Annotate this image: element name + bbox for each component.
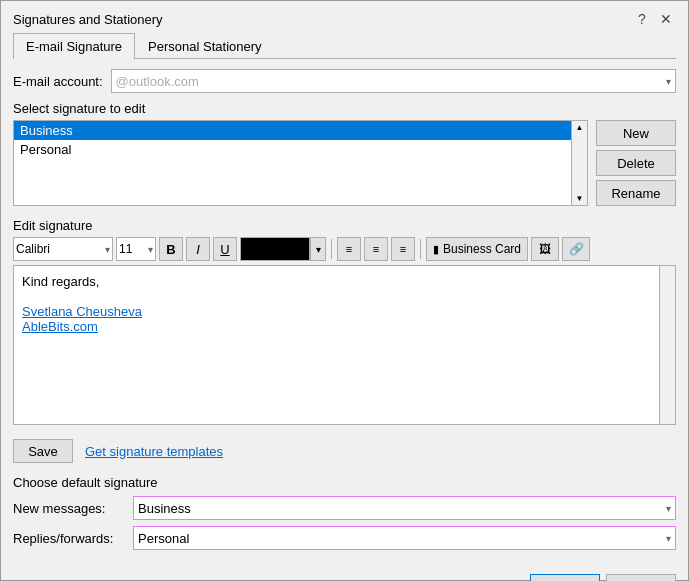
tab-email-signature[interactable]: E-mail Signature — [13, 33, 135, 59]
email-account-value: @outlook.com — [116, 74, 199, 89]
font-size-select[interactable]: 11 ▾ — [116, 237, 156, 261]
font-dropdown-arrow: ▾ — [105, 244, 110, 255]
align-center-button[interactable]: ≡ — [364, 237, 388, 261]
replies-arrow: ▾ — [666, 533, 671, 544]
business-card-button[interactable]: ▮ Business Card — [426, 237, 528, 261]
new-messages-label: New messages: — [13, 501, 133, 516]
editor-scrollbar[interactable] — [659, 266, 675, 424]
save-button[interactable]: Save — [13, 439, 73, 463]
email-account-dropdown-arrow: ▾ — [666, 76, 671, 87]
edit-signature-label: Edit signature — [13, 218, 676, 233]
siglist-scroll-down[interactable]: ▼ — [576, 194, 584, 203]
email-account-label: E-mail account: — [13, 74, 103, 89]
align-left-button[interactable]: ≡ — [337, 237, 361, 261]
sig-line-3: Svetlana Cheusheva — [22, 304, 651, 319]
hyperlink-button[interactable]: 🔗 — [562, 237, 590, 261]
cancel-button[interactable]: Cancel — [606, 574, 676, 581]
select-signature-label: Select signature to edit — [13, 101, 676, 116]
separator-2 — [420, 239, 421, 259]
signature-list[interactable]: Business Personal — [14, 121, 571, 205]
siglist-scroll-up[interactable]: ▲ — [576, 123, 584, 132]
default-signature-label: Choose default signature — [13, 475, 676, 490]
business-card-label: Business Card — [443, 242, 521, 256]
sig-line-1: Kind regards, — [22, 274, 651, 289]
new-button[interactable]: New — [596, 120, 676, 146]
replies-select[interactable]: Personal ▾ — [133, 526, 676, 550]
separator-1 — [331, 239, 332, 259]
business-card-icon: ▮ — [433, 243, 439, 256]
signature-editor[interactable]: Kind regards, Svetlana Cheusheva AbleBit… — [14, 266, 659, 424]
insert-picture-button[interactable]: 🖼 — [531, 237, 559, 261]
close-button[interactable]: ✕ — [656, 9, 676, 29]
email-account-select[interactable]: @outlook.com ▾ — [111, 69, 676, 93]
new-messages-arrow: ▾ — [666, 503, 671, 514]
delete-button[interactable]: Delete — [596, 150, 676, 176]
font-name: Calibri — [16, 242, 50, 256]
underline-button[interactable]: U — [213, 237, 237, 261]
new-messages-select[interactable]: Business ▾ — [133, 496, 676, 520]
sig-list-item-personal[interactable]: Personal — [14, 140, 571, 159]
align-right-button[interactable]: ≡ — [391, 237, 415, 261]
sig-line-4: AbleBits.com — [22, 319, 651, 334]
tab-personal-stationery[interactable]: Personal Stationery — [135, 33, 274, 59]
rename-button[interactable]: Rename — [596, 180, 676, 206]
new-messages-value: Business — [138, 501, 191, 516]
ok-button[interactable]: OK — [530, 574, 600, 581]
italic-button[interactable]: I — [186, 237, 210, 261]
replies-value: Personal — [138, 531, 189, 546]
sig-line-2 — [22, 289, 651, 304]
replies-label: Replies/forwards: — [13, 531, 133, 546]
dialog-title: Signatures and Stationery — [13, 12, 163, 27]
font-select[interactable]: Calibri ▾ — [13, 237, 113, 261]
sig-list-item-business[interactable]: Business — [14, 121, 571, 140]
font-size-arrow: ▾ — [148, 244, 153, 255]
font-size-value: 11 — [119, 242, 132, 256]
templates-link[interactable]: Get signature templates — [85, 444, 223, 459]
font-color-button[interactable] — [240, 237, 310, 261]
help-button[interactable]: ? — [632, 9, 652, 29]
font-color-arrow[interactable]: ▾ — [310, 237, 326, 261]
bold-button[interactable]: B — [159, 237, 183, 261]
